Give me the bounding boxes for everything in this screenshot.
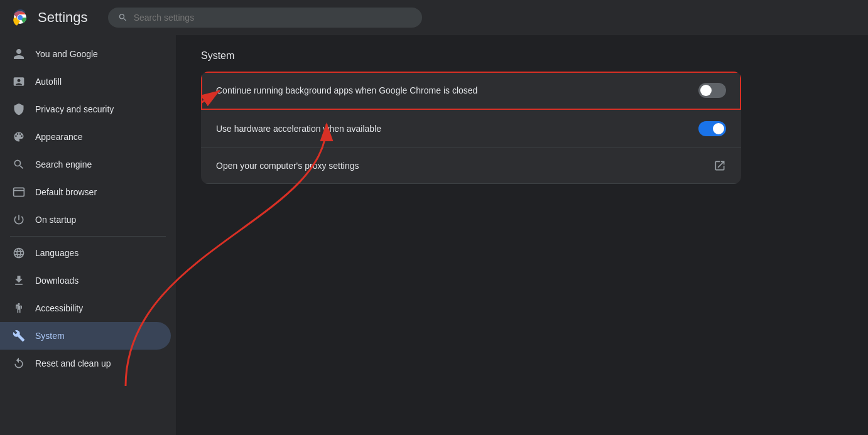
sidebar-item-on-startup[interactable]: On startup	[0, 206, 171, 234]
hardware-acceleration-slider	[698, 121, 726, 136]
shield-icon	[13, 103, 25, 115]
sidebar-label-accessibility: Accessibility	[35, 303, 83, 313]
hardware-acceleration-row: Use hardware acceleration when available	[201, 110, 741, 148]
sidebar-label-reset: Reset and clean up	[35, 358, 111, 368]
sidebar-item-privacy-and-security[interactable]: Privacy and security	[0, 95, 171, 123]
power-icon	[13, 213, 25, 226]
sidebar-label-system: System	[35, 331, 65, 341]
sidebar-item-autofill[interactable]: Autofill	[0, 68, 171, 95]
hardware-acceleration-label: Use hardware acceleration when available	[216, 124, 381, 134]
download-icon	[13, 274, 25, 287]
svg-rect-2	[14, 188, 24, 196]
language-icon	[13, 247, 25, 259]
sidebar-item-system[interactable]: System	[0, 322, 171, 350]
default-browser-icon	[13, 186, 25, 198]
sidebar-label-appearance: Appearance	[35, 132, 83, 142]
sidebar-divider	[10, 236, 166, 237]
sidebar-item-you-and-google[interactable]: You and Google	[0, 40, 171, 68]
sidebar-item-languages[interactable]: Languages	[0, 239, 171, 267]
sidebar-label-privacy: Privacy and security	[35, 104, 114, 114]
sidebar: You and Google Autofill Privacy and secu…	[0, 35, 176, 435]
background-apps-slider	[698, 83, 726, 98]
sidebar-label-autofill: Autofill	[35, 77, 62, 87]
header: Settings	[0, 0, 868, 35]
proxy-settings-label: Open your computer's proxy settings	[216, 161, 359, 171]
search-icon	[118, 13, 127, 23]
person-icon	[13, 48, 25, 60]
sidebar-item-reset-and-clean-up[interactable]: Reset and clean up	[0, 350, 171, 377]
section-title: System	[201, 50, 843, 62]
system-settings-card: Continue running background apps when Go…	[201, 72, 741, 184]
svg-point-1	[18, 15, 23, 20]
palette-icon	[13, 131, 25, 143]
search-engine-icon	[13, 158, 25, 171]
search-input[interactable]	[134, 13, 412, 23]
main-content: System Continue running background apps …	[176, 35, 868, 435]
autofill-icon	[13, 75, 25, 88]
proxy-settings-row[interactable]: Open your computer's proxy settings	[201, 148, 741, 184]
sidebar-label-you-and-google: You and Google	[35, 49, 98, 59]
chrome-logo-icon	[10, 8, 30, 28]
main-layout: You and Google Autofill Privacy and secu…	[0, 35, 868, 435]
page-title: Settings	[38, 9, 88, 26]
sidebar-label-default-browser: Default browser	[35, 187, 97, 197]
sidebar-item-default-browser[interactable]: Default browser	[0, 178, 171, 206]
external-link-icon	[713, 159, 726, 172]
sidebar-item-search-engine[interactable]: Search engine	[0, 151, 171, 178]
background-apps-toggle[interactable]	[698, 83, 726, 98]
app-logo: Settings	[10, 8, 88, 28]
background-apps-row: Continue running background apps when Go…	[201, 72, 741, 110]
search-bar[interactable]	[108, 8, 422, 28]
settings-icon	[13, 330, 25, 342]
reset-icon	[13, 357, 25, 370]
sidebar-item-appearance[interactable]: Appearance	[0, 123, 171, 151]
sidebar-label-search-engine: Search engine	[35, 159, 92, 169]
sidebar-item-accessibility[interactable]: Accessibility	[0, 294, 171, 322]
sidebar-label-languages: Languages	[35, 248, 79, 258]
background-apps-label: Continue running background apps when Go…	[216, 85, 477, 95]
hardware-acceleration-toggle[interactable]	[698, 121, 726, 136]
sidebar-item-downloads[interactable]: Downloads	[0, 267, 171, 294]
accessibility-icon	[13, 302, 25, 314]
sidebar-label-on-startup: On startup	[35, 215, 76, 225]
sidebar-label-downloads: Downloads	[35, 276, 79, 286]
